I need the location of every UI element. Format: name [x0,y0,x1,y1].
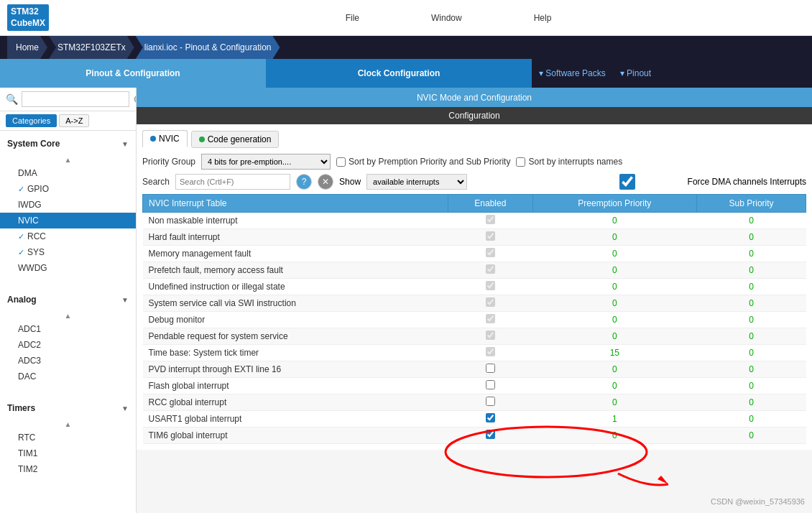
interrupt-enabled-checkbox[interactable] [486,331,495,340]
priority-group-label: Priority Group [142,157,195,167]
sidebar-item-tim1[interactable]: TIM1 [0,445,136,461]
priority-group-select[interactable]: 4 bits for pre-emption.... [201,154,331,170]
search-input[interactable] [22,91,129,107]
interrupt-enabled-checkbox[interactable] [486,281,495,290]
sub-priority-value: 0 [697,328,806,345]
az-filter-btn[interactable]: A->Z [59,114,89,127]
scroll-up-btn[interactable]: ▲ [0,154,136,165]
sub-priority-value: 0 [697,361,806,378]
code-gen-tab[interactable]: Code generation [191,131,280,148]
interrupt-enabled-cell [448,328,532,345]
table-row: PVD interrupt through EXTI line 1600 [143,361,806,378]
interrupt-enabled-checkbox[interactable] [486,413,495,422]
force-dma-label[interactable]: Force DMA channels Interrupts [570,174,806,190]
search-icon: 🔍 [6,93,18,105]
interrupt-enabled-cell [448,361,532,378]
sidebar-item-iwdg[interactable]: IWDG [0,197,136,213]
interrupt-name: System service call via SWI instruction [143,295,448,312]
interrupt-enabled-cell [448,428,532,444]
interrupt-enabled-cell [448,378,532,394]
sidebar-item-nvic[interactable]: NVIC [0,213,136,228]
interrupt-enabled-checkbox[interactable] [486,347,495,356]
search-clear-btn[interactable]: ✕ [318,174,333,190]
sidebar-item-gpio[interactable]: ✓ GPIO [0,181,136,197]
sidebar-item-rcc[interactable]: ✓ RCC [0,228,136,244]
sort-interrupts-label[interactable]: Sort by interrupts names [516,157,622,167]
sort-interrupts-checkbox[interactable] [516,157,525,167]
sidebar-item-adc2[interactable]: ADC2 [0,337,136,353]
table-row: System service call via SWI instruction0… [143,295,806,312]
menu-window[interactable]: Window [424,9,469,27]
force-dma-checkbox[interactable] [570,174,685,190]
sidebar-item-dma[interactable]: DMA [0,165,136,181]
table-row: Debug monitor00 [143,312,806,328]
timers-header[interactable]: Timers ▼ [0,399,136,417]
menu-help[interactable]: Help [527,9,559,27]
preemption-priority-value: 0 [532,262,697,279]
col-header-preemption: Preemption Priority [532,195,697,213]
right-sub-tabs: ▾ Software Packs ▾ Pinout [532,59,812,88]
interrupt-name: Debug monitor [143,312,448,328]
interrupt-enabled-checkbox[interactable] [486,430,495,439]
interrupt-enabled-checkbox[interactable] [486,397,495,406]
interrupt-enabled-checkbox[interactable] [486,248,495,257]
breadcrumb-current[interactable]: lianxi.ioc - Pinout & Configuration [136,36,280,59]
breadcrumb-home[interactable]: Home [7,36,47,59]
clock-config-tab[interactable]: Clock Configuration [266,59,532,88]
table-row: TIM6 global interrupt00 [143,428,806,444]
sidebar-item-dac[interactable]: DAC [0,369,136,384]
filter-buttons: Categories A->Z [0,111,136,131]
menu-file[interactable]: File [338,9,366,27]
pinout-sub-tab[interactable]: ▾ Pinout [620,68,651,78]
show-select[interactable]: available interrupts [366,174,467,190]
interrupt-name: Non maskable interrupt [143,213,448,229]
code-gen-dot-icon [199,137,205,142]
analog-header[interactable]: Analog ▼ [0,290,136,309]
sidebar-item-sys[interactable]: ✓ SYS [0,244,136,260]
nvic-tab[interactable]: NVIC [142,130,188,148]
sort-preemption-checkbox[interactable] [336,157,346,167]
table-row: Non maskable interrupt00 [143,213,806,229]
categories-filter-btn[interactable]: Categories [6,114,57,127]
interrupt-enabled-checkbox[interactable] [486,264,495,274]
interrupt-name: Prefetch fault, memory access fault [143,262,448,279]
content-area: NVIC Mode and Configuration Configuratio… [137,88,812,513]
scroll-up-btn[interactable]: ▲ [0,310,136,321]
interrupt-name: Undefined instruction or illegal state [143,279,448,295]
interrupt-enabled-checkbox[interactable] [486,297,495,307]
preemption-priority-value: 0 [532,428,697,444]
config-title: Configuration [137,107,812,124]
scroll-up-btn[interactable]: ▲ [0,419,136,430]
interrupt-name: RCC global interrupt [143,394,448,411]
sidebar-item-wwdg[interactable]: WWDG [0,260,136,276]
sidebar-item-rtc[interactable]: RTC [0,430,136,445]
interrupt-enabled-checkbox[interactable] [486,215,495,224]
system-core-header[interactable]: System Core ▼ [0,134,136,153]
interrupt-enabled-cell [448,394,532,411]
search-go-btn[interactable]: ? [296,174,312,190]
sidebar-item-tim2[interactable]: TIM2 [0,461,136,477]
show-label: Show [339,177,361,187]
software-packs-tab[interactable]: ▾ Software Packs [539,68,606,78]
interrupt-enabled-checkbox[interactable] [486,231,495,241]
search-input[interactable] [175,174,290,190]
system-core-items: ▲ DMA ✓ GPIO IWDG NVIC ✓ RCC [0,153,136,277]
interrupt-name: PVD interrupt through EXTI line 16 [143,361,448,378]
sidebar-search-area: 🔍 ⚙ [0,88,136,111]
interrupt-enabled-checkbox[interactable] [486,380,495,389]
preemption-priority-value: 0 [532,328,697,345]
interrupt-enabled-cell [448,246,532,262]
preemption-priority-value: 15 [532,345,697,361]
sort-preemption-label[interactable]: Sort by Premption Priority and Sub Prior… [336,157,510,167]
sidebar-item-adc1[interactable]: ADC1 [0,321,136,337]
interrupt-name: Pendable request for system service [143,328,448,345]
sub-priority-value: 0 [697,213,806,229]
interrupt-enabled-cell [448,262,532,279]
pinout-config-tab[interactable]: Pinout & Configuration [0,59,266,88]
interrupt-enabled-checkbox[interactable] [486,364,495,373]
sidebar-item-adc3[interactable]: ADC3 [0,353,136,369]
col-header-sub: Sub Priority [697,195,806,213]
sidebar: 🔍 ⚙ Categories A->Z System Core ▼ ▲ DMA … [0,88,137,513]
interrupt-enabled-checkbox[interactable] [486,314,495,323]
breadcrumb-device[interactable]: STM32F103ZETx [49,36,134,59]
